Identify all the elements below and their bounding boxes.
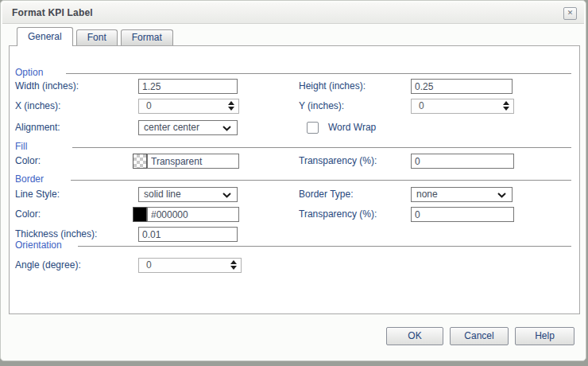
width-label: Width (inches): bbox=[15, 79, 79, 94]
angle-spinner[interactable]: 0 bbox=[138, 258, 242, 273]
thickness-input[interactable] bbox=[138, 227, 238, 242]
fill-transparency-input[interactable] bbox=[411, 154, 514, 169]
y-spinner-value: 0 bbox=[419, 99, 424, 113]
width-input[interactable] bbox=[138, 79, 238, 94]
height-input[interactable] bbox=[411, 79, 513, 94]
angle-label: Angle (degree): bbox=[15, 258, 81, 273]
height-label: Height (inches): bbox=[299, 79, 366, 94]
border-color-input[interactable] bbox=[147, 207, 239, 222]
border-section-header: Border bbox=[15, 173, 44, 185]
option-section-header: Option bbox=[15, 67, 43, 78]
fill-section-header: Fill bbox=[15, 141, 27, 152]
line-style-select-value: solid line bbox=[144, 188, 181, 201]
tab-strip: General Font Format bbox=[17, 27, 176, 45]
alignment-select[interactable]: center center bbox=[138, 120, 238, 135]
border-type-label: Border Type: bbox=[299, 187, 353, 202]
fill-color-label: Color: bbox=[15, 154, 41, 169]
fill-color-swatch[interactable] bbox=[133, 154, 147, 169]
spinner-up-icon[interactable] bbox=[228, 101, 234, 105]
border-section-rule bbox=[71, 180, 571, 181]
y-spinner[interactable]: 0 bbox=[411, 99, 514, 114]
tab-font[interactable]: Font bbox=[76, 29, 118, 45]
border-type-select-value: none bbox=[416, 188, 438, 201]
border-color-label: Color: bbox=[15, 207, 41, 222]
tab-general[interactable]: General bbox=[17, 27, 73, 46]
cancel-button[interactable]: Cancel bbox=[450, 327, 509, 345]
general-tab-panel: Option Width (inches): Height (inches): … bbox=[9, 45, 580, 314]
dialog-titlebar: Format KPI Label ✕ bbox=[2, 2, 584, 24]
spinner-up-icon[interactable] bbox=[503, 101, 509, 105]
spinner-down-icon[interactable] bbox=[228, 107, 234, 111]
border-transparency-label: Transparency (%): bbox=[299, 207, 377, 222]
spinner-down-icon[interactable] bbox=[230, 266, 237, 270]
ok-button[interactable]: OK bbox=[386, 327, 443, 345]
fill-color-input[interactable] bbox=[147, 154, 239, 169]
orientation-section-header: Orientation bbox=[15, 239, 62, 251]
chevron-down-icon bbox=[222, 193, 231, 198]
y-label: Y (inches): bbox=[299, 99, 344, 114]
dialog-title: Format KPI Label bbox=[12, 7, 93, 18]
word-wrap-checkbox[interactable] bbox=[307, 122, 319, 134]
tab-format[interactable]: Format bbox=[121, 29, 173, 45]
spinner-down-icon[interactable] bbox=[503, 107, 509, 111]
option-section-rule bbox=[66, 73, 571, 74]
border-transparency-input[interactable] bbox=[411, 207, 514, 222]
word-wrap-label: Word Wrap bbox=[328, 120, 376, 135]
help-button[interactable]: Help bbox=[515, 327, 574, 345]
close-icon[interactable]: ✕ bbox=[563, 7, 577, 20]
alignment-select-value: center center bbox=[144, 121, 199, 134]
x-spinner-value: 0 bbox=[146, 99, 152, 113]
chevron-down-icon bbox=[497, 193, 506, 198]
format-kpi-label-dialog: Format KPI Label ✕ General Font Format O… bbox=[0, 0, 586, 361]
x-label: X (inches): bbox=[15, 99, 60, 114]
line-style-select[interactable]: solid line bbox=[138, 187, 238, 202]
line-style-label: Line Style: bbox=[15, 187, 60, 202]
border-color-swatch[interactable] bbox=[133, 207, 147, 222]
chevron-down-icon bbox=[222, 126, 231, 131]
spinner-up-icon[interactable] bbox=[230, 260, 237, 264]
border-type-select[interactable]: none bbox=[411, 187, 513, 202]
fill-transparency-label: Transparency (%): bbox=[299, 154, 377, 169]
angle-spinner-value: 0 bbox=[146, 259, 152, 272]
fill-section-rule bbox=[72, 147, 571, 148]
x-spinner[interactable]: 0 bbox=[138, 99, 239, 114]
alignment-label: Alignment: bbox=[15, 120, 60, 135]
orientation-section-rule bbox=[78, 246, 571, 247]
